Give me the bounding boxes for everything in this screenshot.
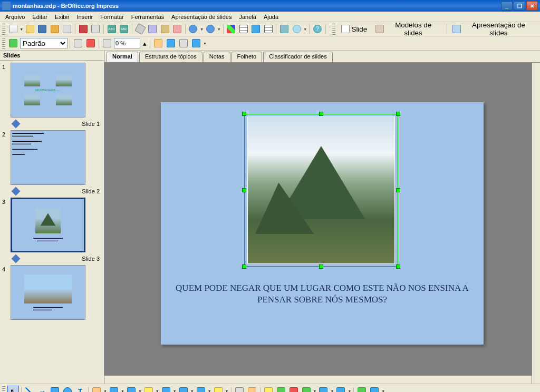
toolbar-grip-bottom[interactable] xyxy=(2,386,5,393)
callout-tool[interactable] xyxy=(195,386,207,393)
shapes-tool[interactable] xyxy=(126,386,137,393)
save-button[interactable] xyxy=(37,23,48,35)
canvas[interactable]: QUEM PODE NEGAR QUE UM LUGAR COMO ESTE N… xyxy=(104,62,540,384)
edit-button[interactable] xyxy=(62,23,73,35)
zoom-up[interactable]: ▴ xyxy=(141,37,148,49)
models-button[interactable]: Modelos de slides xyxy=(372,23,444,35)
handle-ml[interactable] xyxy=(242,188,246,192)
tab-notes[interactable]: Notas xyxy=(204,52,230,62)
gallery-tool[interactable] xyxy=(288,386,300,393)
hyperlink-button[interactable] xyxy=(250,23,261,35)
slide-thumb-3[interactable]: ▬▬▬▬▬▬▬▬▬▬▬▬▬▬▬▬▬▬▬▬▬▬▬▬ xyxy=(11,198,85,252)
slides-list[interactable]: 1 MONTANHAS ..... Slide 1 2 ▬▬▬▬▬▬▬▬▬▬▬▬… xyxy=(0,61,104,384)
table-button[interactable] xyxy=(238,23,249,35)
toolbar-grip[interactable] xyxy=(2,23,5,35)
menu-apresentacao[interactable]: Apresentação de slides xyxy=(168,13,235,21)
paste-button[interactable] xyxy=(159,23,170,35)
flowchart-tool[interactable] xyxy=(178,386,189,393)
menu-editar[interactable]: Editar xyxy=(29,13,51,21)
line-tool[interactable] xyxy=(24,386,35,393)
color-button[interactable] xyxy=(72,37,84,49)
menu-formatar[interactable]: Formatar xyxy=(97,13,127,21)
toolbar-grip-3[interactable] xyxy=(2,37,5,49)
chart-button[interactable] xyxy=(226,23,237,35)
minimize-button[interactable]: _ xyxy=(501,1,513,11)
menu-inserir[interactable]: Inserir xyxy=(74,13,97,21)
tab-outline[interactable]: Estrutura de tópicos xyxy=(139,52,202,62)
flip-button[interactable] xyxy=(178,37,189,49)
extrusion-tool[interactable] xyxy=(356,386,368,393)
help-button[interactable]: ? xyxy=(312,23,323,35)
redfilter-button[interactable] xyxy=(85,37,97,49)
handle-tr[interactable] xyxy=(396,112,400,116)
styles-button[interactable] xyxy=(7,37,19,49)
handle-br[interactable] xyxy=(396,264,400,269)
slide-item-4[interactable]: 4 ▬▬▬▬▬▬▬▬▬▬▬▬▬▬▬▬▬▬▬▬▬▬▬ xyxy=(2,265,102,320)
menu-ajuda[interactable]: Ajuda xyxy=(261,13,282,21)
points-tool[interactable] xyxy=(234,386,245,393)
handle-tl[interactable] xyxy=(242,112,246,116)
transparency-button[interactable] xyxy=(165,37,177,49)
connector-tool[interactable] xyxy=(108,386,120,393)
formatbrush-button[interactable] xyxy=(171,23,182,35)
scrollbar-vertical[interactable] xyxy=(532,63,540,384)
menu-arquivo[interactable]: Arquivo xyxy=(2,13,28,21)
toolbar-grip-2[interactable] xyxy=(332,23,335,35)
tab-normal[interactable]: Normal xyxy=(107,52,138,62)
slide-item-1[interactable]: 1 MONTANHAS ..... xyxy=(2,63,102,117)
menu-exibir[interactable]: Exibir xyxy=(52,13,73,21)
slide-button[interactable]: Slide xyxy=(338,23,371,35)
slide-thumb-2[interactable]: ▬▬▬▬▬▬▬▬▬▬▬▬▬▬▬▬▬▬▬▬▬▬▬▬▬▬▬▬▬▬▬▬▬▬▬▬▬▬▬▬… xyxy=(11,130,85,185)
select-tool[interactable]: ↖ xyxy=(7,386,19,393)
redo-button[interactable] xyxy=(205,23,216,35)
current-slide[interactable]: QUEM PODE NEGAR QUE UM LUGAR COMO ESTE N… xyxy=(161,102,484,345)
fontwork-tool[interactable] xyxy=(263,386,274,393)
spellcheck-button[interactable]: ABC xyxy=(106,23,117,35)
handle-mr[interactable] xyxy=(396,188,400,192)
print-button[interactable] xyxy=(90,23,101,35)
slide-item-3[interactable]: 3 ▬▬▬▬▬▬▬▬▬▬▬▬▬▬▬▬▬▬▬▬▬▬▬▬ xyxy=(2,198,102,252)
arrange-button[interactable] xyxy=(190,37,202,49)
interaction-tool[interactable] xyxy=(369,386,380,393)
shadow-button[interactable] xyxy=(101,37,113,49)
fromfile-tool[interactable] xyxy=(275,386,287,393)
undo-button[interactable] xyxy=(188,23,199,35)
arrows-tool[interactable] xyxy=(160,386,172,393)
handle-bc[interactable] xyxy=(319,264,323,269)
cut-button[interactable] xyxy=(134,23,146,35)
scrollbar-horizontal[interactable] xyxy=(104,375,532,384)
align-tool[interactable] xyxy=(317,386,329,393)
slide-item-2[interactable]: 2 ▬▬▬▬▬▬▬▬▬▬▬▬▬▬▬▬▬▬▬▬▬▬▬▬▬▬▬▬▬▬▬▬▬▬▬▬▬▬… xyxy=(2,130,102,185)
arrange2-tool[interactable] xyxy=(335,386,346,393)
close-button[interactable]: ✕ xyxy=(526,1,538,11)
zoom-input[interactable] xyxy=(114,38,140,48)
presentation-button[interactable]: Apresentação de slides xyxy=(449,23,537,35)
glue-tool[interactable] xyxy=(246,386,258,393)
open-button[interactable] xyxy=(24,23,35,35)
crop-button[interactable] xyxy=(152,37,164,49)
arrow-tool[interactable]: → xyxy=(36,386,48,393)
restore-button[interactable]: ❐ xyxy=(514,1,525,11)
new-button[interactable] xyxy=(7,23,18,35)
tab-sorter[interactable]: Classificador de slides xyxy=(263,52,332,62)
pdf-button[interactable] xyxy=(78,23,89,35)
menu-ferramentas[interactable]: Ferramentas xyxy=(128,13,167,21)
autospell-button[interactable]: ABC xyxy=(118,23,129,35)
ellipse-tool[interactable] xyxy=(62,386,73,393)
curve-tool[interactable] xyxy=(91,386,102,393)
star-tool[interactable] xyxy=(213,386,224,393)
grid-button[interactable] xyxy=(263,23,274,35)
tab-handout[interactable]: Folheto xyxy=(232,52,263,62)
slide-thumb-4[interactable]: ▬▬▬▬▬▬▬▬▬▬▬▬▬▬▬▬▬▬▬▬▬▬▬ xyxy=(11,265,85,320)
slide-thumb-1[interactable]: MONTANHAS ..... xyxy=(11,63,85,117)
rect-tool[interactable] xyxy=(49,386,61,393)
menu-janela[interactable]: Janela xyxy=(236,13,259,21)
style-select[interactable]: Padrão xyxy=(20,38,68,48)
mail-button[interactable] xyxy=(49,23,60,35)
rotate-tool[interactable] xyxy=(301,386,312,393)
slide-text[interactable]: QUEM PODE NEGAR QUE UM LUGAR COMO ESTE N… xyxy=(161,282,484,306)
selection-box[interactable] xyxy=(244,114,398,267)
handle-bl[interactable] xyxy=(242,264,246,269)
copy-button[interactable] xyxy=(147,23,158,35)
handle-tc[interactable] xyxy=(319,112,323,116)
